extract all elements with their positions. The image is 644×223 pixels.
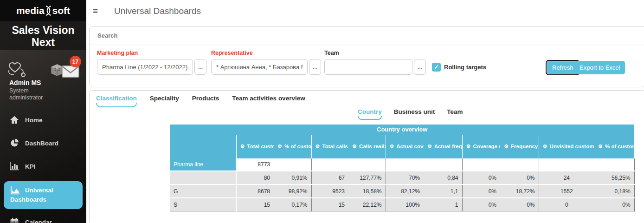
field-label: Representative	[211, 50, 321, 56]
team-input[interactable]	[324, 59, 412, 75]
tab-team-activities-overview[interactable]: Team activities overview	[232, 95, 305, 107]
gear-icon[interactable]: ⚙	[504, 144, 509, 149]
gear-icon[interactable]: ⚙	[240, 144, 245, 149]
marketing-plan-field-group: Marketing plan...	[97, 50, 206, 75]
hamburger-icon[interactable]: ≡	[93, 6, 98, 16]
app-title-line1: Sales Vision	[0, 24, 86, 36]
topbar: ≡ Universal Dashboards	[86, 0, 644, 23]
column-header-actual-coverage[interactable]: ⚙ Actual coverage %	[386, 135, 424, 158]
table-cell: 0%	[594, 198, 634, 211]
table-cell	[348, 158, 386, 171]
table-cell: 0%	[462, 171, 500, 184]
tab-classification[interactable]: Classification	[96, 95, 137, 107]
column-header-of-customers-with-proper-frequency[interactable]: ⚙ % of customers with proper frequency	[594, 135, 634, 158]
tab-speciality[interactable]: Speciality	[150, 95, 179, 107]
page-title: Universal Dashboards	[114, 6, 201, 16]
column-header-frequency-realized[interactable]: ⚙ Frequency realized %	[500, 135, 539, 158]
table-cell: 0	[539, 198, 594, 211]
representative-input[interactable]	[211, 59, 308, 75]
column-header-total-customers[interactable]: ⚙ Total customers	[236, 135, 274, 158]
gear-icon[interactable]: ⚙	[390, 144, 394, 149]
column-header-actual-frequency[interactable]: ⚙ Actual frequency	[424, 135, 462, 158]
sidebar-item-label: Home	[25, 117, 43, 124]
table-cell: 18,72%	[500, 184, 539, 198]
export-to-excel-button[interactable]: Export to Excel	[574, 61, 625, 74]
table-cell: 18,58%	[348, 184, 386, 198]
stethoscope-icon	[6, 62, 29, 77]
sidebar-item-label: Calendar	[25, 219, 52, 223]
table-cell: 1	[424, 198, 462, 211]
table-cell: 8678	[236, 184, 274, 198]
sidebar-item-label: KPI	[25, 163, 36, 170]
table-cell: 0%	[462, 198, 500, 211]
gear-icon[interactable]: ⚙	[598, 144, 603, 149]
table-cell: 1,1	[424, 184, 462, 198]
sidebar-item-universal-dashboards[interactable]: Universal Dashboards	[4, 181, 83, 209]
sidebar-item-kpi[interactable]: KPI	[0, 158, 86, 175]
header-label-cell	[170, 135, 236, 158]
logo-text-suffix: soft	[52, 5, 71, 16]
column-header-calls-realized[interactable]: ⚙ Calls realized %	[348, 135, 386, 158]
gear-icon[interactable]: ⚙	[352, 144, 357, 149]
sidebar: media soft Sales Vision Next	[0, 0, 86, 223]
subtab-business-unit[interactable]: Business unit	[394, 108, 435, 120]
subtab-team[interactable]: Team	[447, 108, 463, 120]
gear-icon[interactable]: ⚙	[277, 144, 282, 149]
rolling-targets-row: ✓ Rolling targets	[432, 63, 486, 72]
sidebar-item-dashboard[interactable]: DashBoard	[0, 135, 86, 151]
table-cell	[462, 158, 500, 171]
user-role: System administrator	[9, 87, 43, 101]
table-row: 800,91%67127,77%70%0,840%0%2456,25%	[170, 171, 634, 184]
column-header-total-calls[interactable]: ⚙ Total calls	[311, 135, 348, 158]
column-header-coverage-realized[interactable]: ⚙ Coverage realized %	[462, 135, 500, 158]
calendar-icon	[9, 217, 19, 223]
table-row: G867898,92%952318,58%82,12%1,10%18,72%15…	[170, 184, 634, 198]
app-title-line2: Next	[0, 36, 86, 48]
gear-icon[interactable]: ⚙	[427, 144, 432, 149]
table-cell: 70%	[386, 171, 424, 184]
table-cell: 56,25%	[594, 171, 634, 184]
team-field-group: Team...	[324, 50, 426, 75]
mediasoft-logo: media soft	[0, 0, 86, 21]
table-title: Country overview	[170, 125, 634, 135]
gear-icon[interactable]: ⚙	[316, 144, 320, 149]
gear-icon[interactable]: ⚙	[466, 144, 471, 149]
row-label: G	[170, 184, 236, 198]
tab-products[interactable]: Products	[192, 95, 219, 107]
table-cell: 8773	[236, 158, 274, 171]
table-cell: 24	[539, 171, 594, 184]
sidebar-item-label: DashBoard	[25, 140, 58, 147]
table-title-row: Country overview	[170, 125, 634, 135]
table-cell: 0,17%	[274, 198, 311, 211]
table-cell	[594, 158, 634, 171]
representative-browse-button[interactable]: ...	[309, 59, 321, 75]
row-label	[170, 171, 236, 184]
column-header-unvisited-customer[interactable]: ⚙ Unvisited customer	[539, 135, 594, 158]
sidebar-item-home[interactable]: Home	[0, 112, 86, 128]
sidebar-item-calendar[interactable]: Calendar	[0, 214, 86, 223]
gear-icon[interactable]: ⚙	[543, 144, 547, 149]
scope-tabs: CountryBusiness unitTeam	[358, 108, 475, 120]
rolling-targets-checkbox[interactable]: ✓	[432, 63, 441, 72]
area-chart-icon	[10, 186, 20, 195]
table-header-row: ⚙ Total customers⚙ % of customers⚙ Total…	[170, 135, 634, 158]
notification-badge[interactable]: 17	[70, 56, 81, 67]
user-icons: 17	[6, 59, 81, 82]
marketing-plan-input[interactable]	[97, 59, 193, 75]
row-label: S	[170, 198, 236, 211]
team-browse-button[interactable]: ...	[414, 59, 426, 75]
table-cell	[424, 158, 462, 171]
subtab-country[interactable]: Country	[358, 108, 382, 120]
logo-text-prefix: media	[16, 5, 45, 16]
table-cell	[274, 158, 311, 171]
search-divider	[90, 45, 644, 45]
pie-chart-icon	[9, 138, 19, 148]
home-icon	[9, 115, 19, 125]
table-cell: 100%	[386, 198, 424, 211]
app-title: Sales Vision Next	[0, 21, 86, 50]
user-role-line1: System	[9, 87, 43, 94]
table-cell	[539, 158, 594, 171]
marketing-plan-browse-button[interactable]: ...	[194, 59, 206, 75]
column-header-of-customers[interactable]: ⚙ % of customers	[274, 135, 311, 158]
search-panel: Search Marketing plan...Representative..…	[89, 26, 644, 87]
